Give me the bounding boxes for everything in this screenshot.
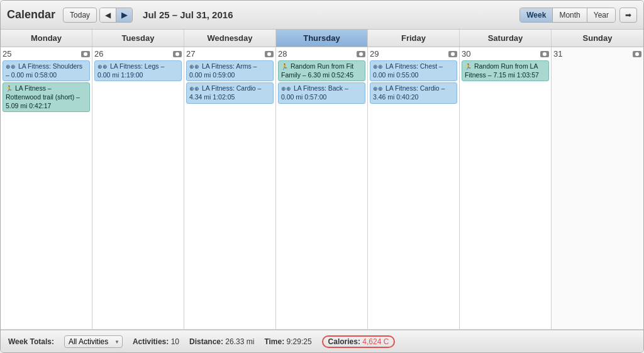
day-31: 31 xyxy=(552,47,643,330)
day-29: 29 ⊕⊕ LA Fitness: Chest – 0.00 mi 0:55:0… xyxy=(368,47,460,330)
weights-icon-29-1: ⊕⊕ xyxy=(373,64,383,70)
day-num-28: 28 xyxy=(278,49,287,59)
today-button[interactable]: Today xyxy=(63,8,97,23)
time-label: Time: xyxy=(264,337,284,346)
day-27: 27 ⊕⊕ LA Fitness: Arms – 0.00 mi 0:59:00… xyxy=(184,47,276,330)
weights-icon-27-2: ⊕⊕ xyxy=(189,86,199,92)
date-range: Jul 25 – Jul 31, 2016 xyxy=(143,9,512,20)
week-totals-label: Week Totals: xyxy=(8,337,54,346)
weights-icon-25-1: ⊕⊕ xyxy=(6,64,16,70)
header-tuesday: Tuesday xyxy=(92,30,184,47)
weights-icon-28-2: ⊕⊕ xyxy=(281,86,291,92)
nav-group: ◀ ▶ xyxy=(99,8,133,23)
header-saturday: Saturday xyxy=(460,30,552,47)
time-stat: Time: 9:29:25 xyxy=(264,337,311,346)
event-29-1[interactable]: ⊕⊕ LA Fitness: Chest – 0.00 mi 0:55:00 xyxy=(370,60,457,81)
day-num-25: 25 xyxy=(3,49,11,59)
week-view-button[interactable]: Week xyxy=(520,8,553,22)
activities-count: 10 xyxy=(171,337,179,346)
weights-icon-27-1: ⊕⊕ xyxy=(189,64,199,70)
prev-button[interactable]: ◀ xyxy=(100,8,116,22)
camera-icon-27[interactable] xyxy=(265,51,274,57)
activities-filter-select[interactable]: All Activities xyxy=(64,335,123,348)
next-button[interactable]: ▶ xyxy=(116,8,132,22)
app-title: Calendar xyxy=(7,8,55,21)
event-29-2[interactable]: ⊕⊕ LA Fitness: Cardio – 3.46 mi 0:40:20 xyxy=(370,82,457,103)
day-num-30: 30 xyxy=(462,49,470,59)
camera-icon-28[interactable] xyxy=(357,51,365,57)
camera-icon-29[interactable] xyxy=(448,51,457,57)
distance-label: Distance: xyxy=(189,337,223,346)
camera-icon-26[interactable] xyxy=(173,51,182,57)
day-num-27: 27 xyxy=(186,49,195,59)
activities-stat: Activities: 10 xyxy=(133,337,179,346)
header-friday: Friday xyxy=(368,30,460,47)
camera-icon-31[interactable] xyxy=(633,51,641,57)
day-headers: Monday Tuesday Wednesday Thursday Friday… xyxy=(1,30,643,47)
day-num-26: 26 xyxy=(94,49,103,59)
run-icon-30-1: 🏃 xyxy=(465,64,472,70)
export-button[interactable]: ➡ xyxy=(619,8,637,23)
month-view-button[interactable]: Month xyxy=(553,8,587,22)
year-view-button[interactable]: Year xyxy=(587,8,615,22)
footer: Week Totals: All Activities Activities: … xyxy=(1,330,643,352)
header-wednesday: Wednesday xyxy=(184,30,276,47)
day-num-29: 29 xyxy=(370,49,379,59)
view-group: Week Month Year xyxy=(519,8,616,23)
run-icon-28-1: 🏃 xyxy=(281,64,288,70)
day-num-31: 31 xyxy=(553,49,562,59)
calories-label: Calories: xyxy=(328,337,360,346)
calories-stat: Calories: 4,624 C xyxy=(322,335,396,348)
app-window: Calendar Today ◀ ▶ Jul 25 – Jul 31, 2016… xyxy=(0,0,644,353)
event-25-2[interactable]: 🏃 LA Fitness – Rottenwood trail (short) … xyxy=(3,82,90,112)
days-grid: 25 ⊕⊕ LA Fitness: Shoulders – 0.00 mi 0:… xyxy=(1,47,643,330)
run-icon-25-2: 🏃 xyxy=(6,86,13,92)
header-monday: Monday xyxy=(1,30,92,47)
camera-icon-30[interactable] xyxy=(540,51,549,57)
calories-value: 4,624 C xyxy=(362,337,389,346)
distance-stat: Distance: 26.33 mi xyxy=(189,337,254,346)
day-26: 26 ⊕⊕ LA Fitness: Legs – 0.00 mi 1:19:00 xyxy=(92,47,184,330)
event-28-2[interactable]: ⊕⊕ LA Fitness: Back – 0.00 mi 0:57:00 xyxy=(278,82,365,103)
event-25-1[interactable]: ⊕⊕ LA Fitness: Shoulders – 0.00 mi 0:58:… xyxy=(3,60,90,81)
event-27-2[interactable]: ⊕⊕ LA Fitness: Cardio – 4.34 mi 1:02:05 xyxy=(186,82,274,103)
time-value: 9:29:25 xyxy=(287,337,312,346)
event-28-1[interactable]: 🏃 Random Run from Fit Family – 6.30 mi 0… xyxy=(278,60,365,81)
event-26-1[interactable]: ⊕⊕ LA Fitness: Legs – 0.00 mi 1:19:00 xyxy=(94,60,182,81)
header-thursday: Thursday xyxy=(276,30,368,47)
day-25: 25 ⊕⊕ LA Fitness: Shoulders – 0.00 mi 0:… xyxy=(1,47,92,330)
header: Calendar Today ◀ ▶ Jul 25 – Jul 31, 2016… xyxy=(1,1,643,30)
event-30-1[interactable]: 🏃 Random Run from LA Fitness – 7.15 mi 1… xyxy=(462,60,549,81)
camera-icon-25[interactable] xyxy=(81,51,90,57)
weights-icon-26-1: ⊕⊕ xyxy=(97,64,108,70)
calendar-body: Monday Tuesday Wednesday Thursday Friday… xyxy=(1,30,643,330)
distance-value: 26.33 mi xyxy=(225,337,254,346)
day-28: 28 🏃 Random Run from Fit Family – 6.30 m… xyxy=(276,47,368,330)
header-sunday: Sunday xyxy=(552,30,643,47)
activities-filter-wrapper[interactable]: All Activities xyxy=(64,335,123,348)
activities-label: Activities: xyxy=(133,337,169,346)
weights-icon-29-2: ⊕⊕ xyxy=(373,86,383,92)
event-27-1[interactable]: ⊕⊕ LA Fitness: Arms – 0.00 mi 0:59:00 xyxy=(186,60,274,81)
day-30: 30 🏃 Random Run from LA Fitness – 7.15 m… xyxy=(460,47,552,330)
